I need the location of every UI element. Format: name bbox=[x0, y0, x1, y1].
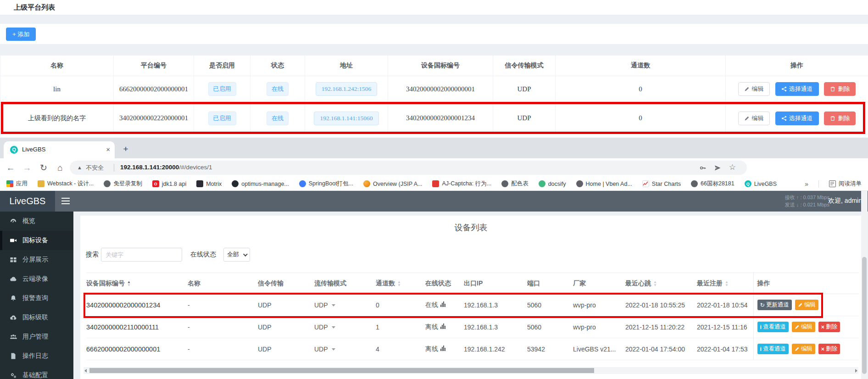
cell-registered: 2022-01-04 17:53 bbox=[697, 338, 753, 360]
vertical-scrollbar[interactable] bbox=[861, 191, 868, 379]
bookmark-item[interactable]: Home | Vben Ad... bbox=[576, 180, 632, 187]
sidebar-item-cloud-recording[interactable]: 云端录像 bbox=[0, 269, 73, 289]
update-channels-button[interactable]: ↻更新通道 bbox=[757, 300, 792, 310]
cloud-upload-icon bbox=[10, 314, 17, 321]
address-bar[interactable]: ▲ 不安全 192.168.1.141:20000/#/devices/1 ☆ bbox=[70, 161, 747, 175]
cell-channels: 1 bbox=[376, 316, 425, 338]
delete-button[interactable]: ×删除 bbox=[818, 322, 840, 332]
bookmark-item[interactable]: QLiveGBS bbox=[745, 180, 777, 187]
security-label[interactable]: 不安全 bbox=[86, 164, 104, 172]
home-button[interactable]: ⌂ bbox=[53, 158, 67, 177]
bookmark-apps[interactable]: 应用 bbox=[6, 180, 28, 188]
send-icon[interactable] bbox=[714, 164, 721, 173]
sidebar-item-gb-cascade[interactable]: 国标级联 bbox=[0, 308, 73, 327]
sidebar-item-alarm-query[interactable]: 报警查询 bbox=[0, 289, 73, 308]
search-input[interactable] bbox=[101, 248, 182, 262]
reading-list-icon bbox=[829, 180, 836, 187]
bookmark-item[interactable]: Motrix bbox=[196, 180, 222, 187]
bookmark-item[interactable]: 66国标28181 bbox=[691, 180, 734, 188]
url-text[interactable]: 192.168.1.141:20000/#/devices/1 bbox=[120, 164, 212, 171]
cell-device-id: 34020000002000001234 bbox=[388, 102, 493, 134]
bookmark-item[interactable]: Ojdk1.8 api bbox=[152, 180, 187, 187]
delete-button[interactable]: ×删除 bbox=[818, 344, 840, 354]
delete-button[interactable]: 删除 bbox=[824, 82, 856, 96]
online-status-select[interactable]: 全部 bbox=[223, 248, 250, 262]
bookmark-item[interactable]: Webstack - 设计... bbox=[38, 180, 94, 188]
cell-online-status[interactable]: 在线 bbox=[425, 294, 464, 316]
bookmark-item[interactable]: docsify bbox=[539, 180, 566, 187]
status-badge: 在线 bbox=[267, 82, 289, 96]
reload-button[interactable]: ↻ bbox=[37, 158, 50, 177]
col-heartbeat[interactable]: 最近心跳▲▼ bbox=[625, 273, 697, 294]
cell-vendor: LiveGBS v21... bbox=[573, 338, 625, 360]
col-signal-mode: 信令传输模式 bbox=[493, 56, 556, 76]
cell-ip: 192.168.1.3 bbox=[464, 316, 527, 338]
sort-icon[interactable]: ▲▼ bbox=[725, 280, 729, 287]
bookmark-item[interactable]: 配色表 bbox=[501, 180, 529, 188]
bookmark-item[interactable]: 免登录复制 bbox=[104, 180, 142, 188]
horizontal-scrollbar[interactable] bbox=[83, 367, 858, 374]
sidebar-item-basic-config[interactable]: 基础配置 bbox=[0, 366, 73, 379]
new-tab-button[interactable]: + bbox=[119, 143, 132, 156]
edit-button[interactable]: 编辑 bbox=[738, 111, 770, 125]
chevron-down-icon bbox=[243, 252, 248, 256]
bookmark-item[interactable]: optimus-manage... bbox=[232, 180, 289, 187]
forward-button[interactable]: → bbox=[20, 158, 34, 177]
vertical-scroll-thumb[interactable] bbox=[862, 257, 867, 374]
cell-channels: 4 bbox=[376, 338, 425, 360]
cell-port: 5060 bbox=[527, 316, 573, 338]
edit-button[interactable]: 编辑 bbox=[792, 322, 815, 332]
col-registered[interactable]: 最近注册▲▼ bbox=[697, 273, 753, 294]
bookmark-item[interactable]: SpringBoot打包... bbox=[299, 180, 353, 188]
chevron-down-icon bbox=[332, 326, 335, 329]
welcome-user[interactable]: 欢迎, admin bbox=[828, 197, 862, 205]
app-logo[interactable]: LiveGBS bbox=[0, 191, 55, 212]
key-icon[interactable] bbox=[699, 164, 707, 173]
edit-button[interactable]: 编辑 bbox=[792, 344, 815, 354]
cell-channels: 0 bbox=[376, 294, 425, 316]
platform-action-bar: + 添加 bbox=[0, 24, 868, 44]
browser-tab[interactable]: Q LiveGBS × bbox=[4, 141, 115, 158]
scroll-left-arrow-icon[interactable] bbox=[84, 369, 87, 373]
select-channel-button[interactable]: 选择通道 bbox=[775, 111, 819, 125]
cell-stream-mode[interactable]: UDP bbox=[314, 338, 376, 360]
delete-button[interactable]: 删除 bbox=[824, 111, 856, 125]
cell-stream-mode[interactable]: UDP bbox=[314, 294, 376, 316]
sidebar-item-overview[interactable]: 概览 bbox=[0, 212, 73, 231]
pencil-icon bbox=[795, 324, 800, 329]
table-row: lin 66620000002000000001 已启用 在线 192.168.… bbox=[0, 76, 868, 102]
bookmark-item[interactable]: Star Charts bbox=[642, 180, 681, 187]
sidebar-item-operation-log[interactable]: 操作日志 bbox=[0, 346, 73, 366]
reading-list-button[interactable]: 阅读清单 bbox=[829, 180, 862, 188]
back-button[interactable]: ← bbox=[4, 158, 17, 177]
sort-icon[interactable]: ▲▼ bbox=[653, 280, 657, 287]
sidebar-toggle-icon[interactable] bbox=[61, 198, 71, 206]
edit-button[interactable]: 编辑 bbox=[738, 82, 770, 96]
sort-icon[interactable]: ▲▼ bbox=[397, 280, 401, 287]
cell-heartbeat: 2021-12-15 11:20:22 bbox=[625, 316, 697, 338]
view-channels-button[interactable]: i查看通道 bbox=[757, 322, 789, 332]
col-actions: 操作 bbox=[726, 56, 868, 76]
sort-icon[interactable]: ▲▼ bbox=[127, 280, 131, 287]
col-channels[interactable]: 通道数▲▼ bbox=[376, 273, 425, 294]
cell-stream-mode[interactable]: UDP bbox=[314, 316, 376, 338]
col-signal: 信令传输 bbox=[258, 273, 314, 294]
cell-name: 上级看到的我的名字 bbox=[0, 102, 114, 134]
enabled-badge: 已启用 bbox=[208, 82, 236, 96]
scroll-right-arrow-icon[interactable] bbox=[855, 369, 857, 373]
sidebar-item-split-screen[interactable]: 分屏展示 bbox=[0, 250, 73, 269]
bookmark-star-icon[interactable]: ☆ bbox=[729, 162, 736, 172]
bandwidth-chart-icon[interactable] bbox=[440, 301, 445, 307]
bookmark-item[interactable]: Overview (JSIP A... bbox=[363, 180, 422, 187]
view-channels-button[interactable]: i查看通道 bbox=[757, 344, 789, 354]
bookmarks-overflow-chevron[interactable]: » bbox=[805, 180, 808, 188]
tab-close-icon[interactable]: × bbox=[106, 145, 110, 153]
edit-button[interactable]: 编辑 bbox=[795, 300, 818, 310]
bookmark-item[interactable]: AJ-Captcha: 行为... bbox=[432, 180, 491, 188]
sidebar-item-gb-devices[interactable]: 国标设备 bbox=[0, 231, 73, 250]
horizontal-scroll-thumb[interactable] bbox=[89, 368, 594, 373]
col-device-id[interactable]: 设备国标编号▲▼ bbox=[86, 273, 188, 294]
sidebar-item-user-management[interactable]: 用户管理 bbox=[0, 327, 73, 346]
select-channel-button[interactable]: 选择通道 bbox=[775, 82, 819, 96]
add-platform-button[interactable]: + 添加 bbox=[6, 28, 36, 41]
